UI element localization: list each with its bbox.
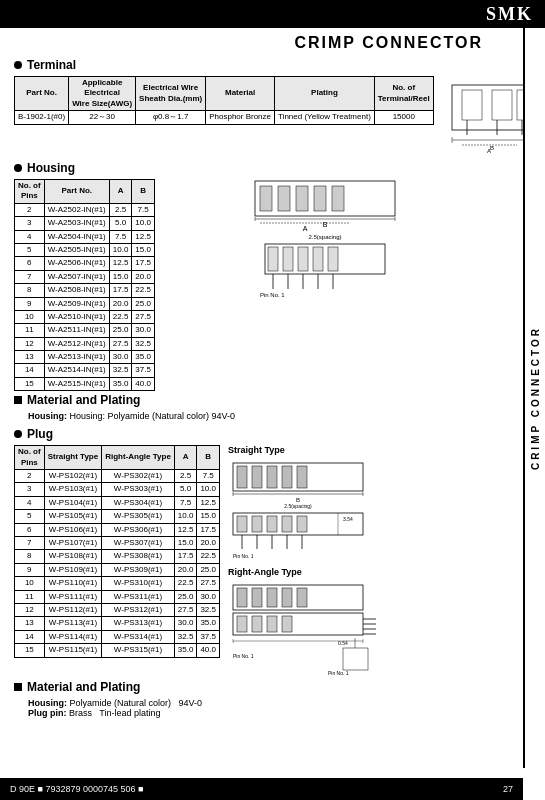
plug-cell: 30.0 xyxy=(174,617,197,630)
terminal-table-wrap: Part No. ApplicableElectricalWire Size(A… xyxy=(14,76,434,125)
housing-cell: W-A2513-IN(#1) xyxy=(44,351,109,364)
housing-row: 5W-A2505-IN(#1)10.015.0 xyxy=(15,243,155,256)
plug-cell: W-PS102(#1) xyxy=(44,470,102,483)
svg-rect-65 xyxy=(252,588,262,607)
plug-cell: 3 xyxy=(15,483,45,496)
housing-cell: 7.5 xyxy=(109,230,132,243)
straight-type-svg: B 2.5(spacing) Pin No. 1 3.54 xyxy=(228,461,378,561)
housing-cell: 22.5 xyxy=(109,310,132,323)
plug-cell: 15 xyxy=(15,644,45,657)
plug-cell: 25.0 xyxy=(197,563,220,576)
terminal-cell: Phosphor Bronze xyxy=(206,111,275,124)
plug-col-rightangle: Right-Angle Type xyxy=(102,446,175,470)
plug-cell: 10.0 xyxy=(174,510,197,523)
plug-row: 2W-PS102(#1)W-PS302(#1)2.57.5 xyxy=(15,470,220,483)
housing-col-b: B xyxy=(132,180,155,204)
housing-cell: 25.0 xyxy=(109,324,132,337)
plug-cell: 32.5 xyxy=(174,630,197,643)
plug-cell: 7.5 xyxy=(174,496,197,509)
plug-cell: W-PS311(#1) xyxy=(102,590,175,603)
svg-rect-71 xyxy=(252,616,262,632)
plug-col-b: B xyxy=(197,446,220,470)
svg-text:Pin No. 1: Pin No. 1 xyxy=(328,670,349,676)
plug-cell: W-PS115(#1) xyxy=(44,644,102,657)
svg-text:2.5(spacing): 2.5(spacing) xyxy=(309,234,342,240)
svg-rect-16 xyxy=(296,186,308,211)
plug-cell: 2.5 xyxy=(174,470,197,483)
housing-cell: W-A2514-IN(#1) xyxy=(44,364,109,377)
housing-section: No. ofPins Part No. A B 2W-A2502-IN(#1)2… xyxy=(14,179,493,391)
terminal-cell: 22～30 xyxy=(69,111,136,124)
housing-cell: 2 xyxy=(15,203,45,216)
plug-cell: W-PS313(#1) xyxy=(102,617,175,630)
plug-cell: 2 xyxy=(15,470,45,483)
housing-material-note: Housing: Housing: Polyamide (Natural col… xyxy=(28,411,493,421)
svg-rect-40 xyxy=(252,466,262,488)
plug-cell: W-PS308(#1) xyxy=(102,550,175,563)
housing-cell: 30.0 xyxy=(109,351,132,364)
housing-cell: 12 xyxy=(15,337,45,350)
housing-cell: W-A2515-IN(#1) xyxy=(44,377,109,390)
svg-rect-39 xyxy=(237,466,247,488)
plug-table: No. ofPins Straight Type Right-Angle Typ… xyxy=(14,445,220,657)
terminal-cell: Tinned (Yellow Treatment) xyxy=(275,111,375,124)
housing-row: 9W-A2509-IN(#1)20.025.0 xyxy=(15,297,155,310)
plug-row: 3W-PS103(#1)W-PS303(#1)5.010.0 xyxy=(15,483,220,496)
plug-cell: 5.0 xyxy=(174,483,197,496)
housing-cell: W-A2508-IN(#1) xyxy=(44,284,109,297)
housing-material-header: Material and Plating xyxy=(14,393,493,407)
housing-cell: 30.0 xyxy=(132,324,155,337)
housing-row: 13W-A2513-IN(#1)30.035.0 xyxy=(15,351,155,364)
svg-rect-42 xyxy=(282,466,292,488)
housing-cell: 17.5 xyxy=(109,284,132,297)
plug-cell: W-PS309(#1) xyxy=(102,563,175,576)
plug-cell: 7.5 xyxy=(197,470,220,483)
terminal-col-partno: Part No. xyxy=(15,77,69,111)
housing-col-a: A xyxy=(109,180,132,204)
plug-cell: W-PS307(#1) xyxy=(102,536,175,549)
plug-material-section: Housing: Polyamide (Natural color) 94V-0… xyxy=(14,698,493,718)
terminal-col-awg: ApplicableElectricalWire Size(AWG) xyxy=(69,77,136,111)
housing-row: 7W-A2507-IN(#1)15.020.0 xyxy=(15,270,155,283)
plug-cell: W-PS305(#1) xyxy=(102,510,175,523)
plug-cell: W-PS315(#1) xyxy=(102,644,175,657)
plug-cell: 8 xyxy=(15,550,45,563)
plug-row: 4W-PS104(#1)W-PS304(#1)7.512.5 xyxy=(15,496,220,509)
housing-section-header: Housing xyxy=(14,161,493,175)
plug-cell: 10 xyxy=(15,577,45,590)
housing-col-partno: Part No. xyxy=(44,180,109,204)
housing-cell: 32.5 xyxy=(132,337,155,350)
housing-cell: 25.0 xyxy=(132,297,155,310)
plug-cell: W-PS113(#1) xyxy=(44,617,102,630)
svg-rect-27 xyxy=(268,247,278,271)
plug-cell: 20.0 xyxy=(174,563,197,576)
housing-table: No. ofPins Part No. A B 2W-A2502-IN(#1)2… xyxy=(14,179,155,391)
plug-cell: 6 xyxy=(15,523,45,536)
housing-cell: 13 xyxy=(15,351,45,364)
plug-cell: W-PS304(#1) xyxy=(102,496,175,509)
plug-row: 15W-PS115(#1)W-PS315(#1)35.040.0 xyxy=(15,644,220,657)
plug-material-bullet xyxy=(14,683,22,691)
plug-bullet xyxy=(14,430,22,438)
terminal-col-plating: Plating xyxy=(275,77,375,111)
svg-rect-17 xyxy=(314,186,326,211)
svg-rect-41 xyxy=(267,466,277,488)
plug-cell: 5 xyxy=(15,510,45,523)
plug-cell: W-PS302(#1) xyxy=(102,470,175,483)
plug-cell: 15.0 xyxy=(197,510,220,523)
svg-rect-83 xyxy=(343,648,368,670)
svg-rect-66 xyxy=(267,588,277,607)
footer: D 90E ■ 7932879 0000745 506 ■ 27 xyxy=(0,778,523,800)
plug-cell: W-PS103(#1) xyxy=(44,483,102,496)
plug-diagrams: Straight Type B 2.5(spacing) xyxy=(228,445,493,678)
plug-label: Plug xyxy=(27,427,53,441)
plug-cell: W-PS306(#1) xyxy=(102,523,175,536)
housing-cell: W-A2503-IN(#1) xyxy=(44,217,109,230)
housing-cell: 5 xyxy=(15,243,45,256)
housing-cell: 22.5 xyxy=(132,284,155,297)
svg-text:Pin No. 1: Pin No. 1 xyxy=(260,292,285,298)
plug-row: 10W-PS110(#1)W-PS310(#1)22.527.5 xyxy=(15,577,220,590)
right-sidebar: CRIMP CONNECTOR xyxy=(523,28,545,768)
housing-cell: 10.0 xyxy=(109,243,132,256)
top-bar: SMK xyxy=(0,0,545,28)
